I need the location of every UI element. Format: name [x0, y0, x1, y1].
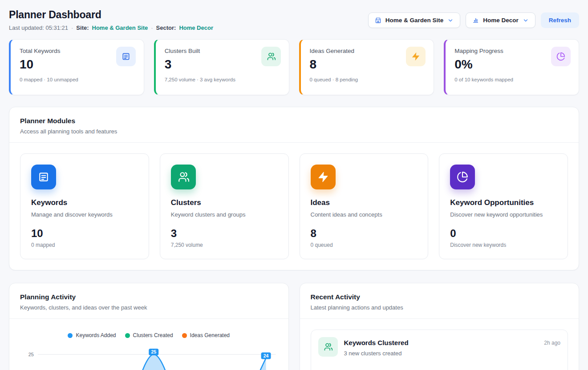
recent-activity-subtitle: Latest planning actions and updates [311, 304, 568, 311]
activity-item-title: Keywords Clustered [344, 339, 538, 346]
sector-selector-label: Home Decor [483, 17, 519, 24]
sector-label: Sector: [156, 24, 176, 31]
last-updated-text: Last updated: 05:31:21 [9, 24, 68, 31]
site-selector-label: Home & Garden Site [385, 17, 444, 24]
module-detail: 0 mapped [31, 242, 138, 248]
planning-activity-header: Planning Activity Keywords, clusters, an… [9, 283, 288, 319]
bolt-icon [311, 165, 336, 189]
modules-title: Planner Modules [20, 117, 568, 125]
activity-item: Keywords Clustered 3 new clusters create… [311, 330, 568, 370]
planning-activity-subtitle: Keywords, clusters, and ideas over the p… [20, 304, 278, 311]
document-icon [116, 47, 136, 66]
legend-dot-green [125, 333, 130, 338]
legend-label: Keywords Added [76, 332, 116, 338]
module-description: Discover new keyword opportunities [450, 211, 557, 218]
stat-card-ideas-generated: Ideas Generated 8 0 queued · 8 pending [299, 39, 434, 95]
module-title: Ideas [311, 198, 418, 207]
modules-grid: Keywords Manage and discover keywords 10… [9, 143, 579, 270]
separator-dot: · [71, 24, 73, 31]
site-selector-dropdown[interactable]: Home & Garden Site [368, 12, 461, 28]
module-description: Manage and discover keywords [31, 211, 138, 218]
stat-card-clusters-built: Clusters Built 3 7,250 volume · 3 avg ke… [154, 39, 289, 95]
activity-item-time: 2h ago [544, 337, 560, 346]
stat-detail: 0 of 10 keywords mapped [454, 77, 570, 82]
site-label: Site: [76, 24, 89, 31]
stat-detail: 7,250 volume · 3 avg keywords [165, 77, 280, 82]
legend-label: Clusters Created [133, 332, 173, 338]
topbar-left: Planner Dashboard Last updated: 05:31:21… [9, 9, 213, 31]
legend-dot-blue [68, 333, 73, 338]
activity-item-description: 3 new clusters created [344, 350, 538, 357]
legend-ideas-generated[interactable]: Ideas Generated [182, 332, 230, 338]
recent-activity-title: Recent Activity [311, 293, 568, 301]
module-card-clusters[interactable]: Clusters Keyword clusters and groups 3 7… [160, 153, 289, 259]
module-detail: 0 queued [311, 242, 418, 248]
stat-cards-row: Total Keywords 10 0 mapped · 10 unmapped… [9, 39, 579, 95]
planner-modules-panel: Planner Modules Access all planning tool… [9, 107, 579, 270]
stat-card-total-keywords: Total Keywords 10 0 mapped · 10 unmapped [9, 39, 144, 95]
activity-list: Keywords Clustered 3 new clusters create… [300, 319, 579, 370]
users-icon [171, 165, 196, 189]
chevron-down-icon [523, 17, 529, 24]
bar-chart-icon [472, 17, 479, 24]
legend-keywords-added[interactable]: Keywords Added [68, 332, 116, 338]
users-icon [318, 337, 338, 357]
legend-dot-orange [182, 333, 187, 338]
module-title: Keyword Opportunities [450, 198, 557, 207]
module-value: 8 [311, 227, 418, 240]
separator-dot: · [151, 24, 153, 31]
building-icon [375, 17, 381, 24]
module-value: 3 [171, 227, 278, 240]
svg-text:24: 24 [264, 354, 269, 358]
legend-label: Ideas Generated [190, 332, 230, 338]
module-card-keywords[interactable]: Keywords Manage and discover keywords 10… [20, 153, 149, 259]
module-title: Keywords [31, 198, 138, 207]
chevron-down-icon [447, 17, 454, 24]
svg-text:25: 25 [151, 350, 156, 354]
recent-activity-panel: Recent Activity Latest planning actions … [300, 283, 580, 370]
chart-body: Keywords Added Clusters Created Ideas Ge… [9, 319, 288, 370]
activity-item-body: Keywords Clustered 3 new clusters create… [344, 337, 538, 357]
refresh-button[interactable]: Refresh [541, 12, 579, 28]
module-value: 0 [450, 227, 557, 240]
module-card-keyword-opportunities[interactable]: Keyword Opportunities Discover new keywo… [439, 153, 568, 259]
page-title: Planner Dashboard [9, 9, 213, 21]
module-detail: 7,250 volume [171, 242, 278, 248]
planning-activity-title: Planning Activity [20, 293, 278, 301]
pie-chart-icon [551, 47, 571, 66]
planning-activity-chart: 25232253524 [20, 345, 278, 370]
topbar: Planner Dashboard Last updated: 05:31:21… [9, 9, 579, 31]
page-meta: Last updated: 05:31:21 · Site: Home & Ga… [9, 24, 213, 31]
module-value: 10 [31, 227, 138, 240]
site-link[interactable]: Home & Garden Site [92, 24, 148, 31]
chart-legend: Keywords Added Clusters Created Ideas Ge… [20, 332, 278, 338]
sector-link[interactable]: Home Decor [179, 24, 213, 31]
sector-selector-dropdown[interactable]: Home Decor [466, 12, 535, 28]
module-description: Keyword clusters and groups [171, 211, 278, 218]
bottom-row: Planning Activity Keywords, clusters, an… [9, 270, 579, 370]
topbar-controls: Home & Garden Site Home Decor Refresh [368, 12, 579, 28]
recent-activity-header: Recent Activity Latest planning actions … [300, 283, 579, 319]
planning-activity-panel: Planning Activity Keywords, clusters, an… [9, 283, 289, 370]
modules-subtitle: Access all planning tools and features [20, 128, 568, 135]
module-title: Clusters [171, 198, 278, 207]
module-card-ideas[interactable]: Ideas Content ideas and concepts 8 0 que… [300, 153, 429, 259]
stat-detail: 0 mapped · 10 unmapped [20, 77, 135, 82]
module-detail: Discover new keywords [450, 242, 557, 248]
planner-dashboard-page: Planner Dashboard Last updated: 05:31:21… [0, 0, 588, 370]
module-description: Content ideas and concepts [311, 211, 418, 218]
bolt-icon [406, 47, 426, 66]
stat-detail: 0 queued · 8 pending [310, 77, 425, 82]
legend-clusters-created[interactable]: Clusters Created [125, 332, 173, 338]
modules-header: Planner Modules Access all planning tool… [9, 107, 579, 143]
pie-chart-icon [450, 165, 475, 189]
stat-card-mapping-progress: Mapping Progress 0% 0 of 10 keywords map… [444, 39, 579, 95]
document-icon [31, 165, 56, 189]
svg-text:25: 25 [28, 352, 34, 357]
users-icon [261, 47, 281, 66]
